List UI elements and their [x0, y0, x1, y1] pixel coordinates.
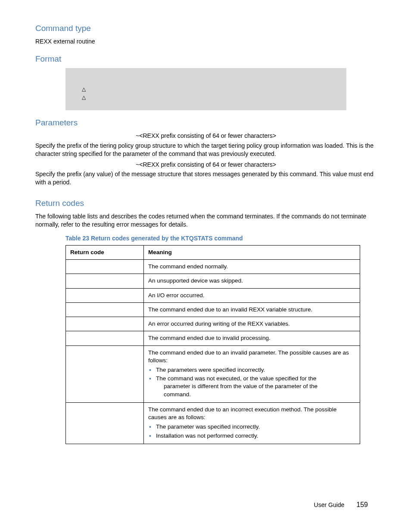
heading-command-type: Command type [35, 24, 377, 33]
row8-bullet1: The parameter was specified incorrectly. [148, 423, 355, 431]
row7-b2-c: parameter is different from the value of… [164, 383, 275, 389]
cell-code [66, 274, 144, 288]
heading-parameters: Parameters [35, 118, 377, 128]
row8-bullet2: Installation was not performed correctly… [148, 432, 355, 440]
table-row: The command ended normally. [66, 260, 360, 274]
cell-code [66, 402, 144, 444]
param2-syntax: ~<REXX prefix consisting of 64 or fewer … [35, 161, 377, 169]
row7-b2-a: The [156, 375, 168, 382]
row7-b2-line3: command. [156, 391, 355, 398]
format-delta-2: △ [82, 93, 339, 102]
table-row: An unsupported device was skipped. [66, 274, 360, 288]
cell-meaning: The command ended due to invalid process… [144, 331, 360, 345]
return-codes-intro: The following table lists and describes … [35, 212, 377, 229]
cell-code [66, 317, 144, 331]
cell-meaning: The command ended due to an incorrect ex… [144, 402, 360, 444]
cell-meaning: The command ended due to an invalid REXX… [144, 302, 360, 317]
page: Command type REXX external routine Forma… [0, 0, 411, 532]
th-return-code: Return code [66, 246, 144, 260]
table-row: The command ended due to invalid process… [66, 331, 360, 345]
row7-b2-line2: parameter is different from the value of… [156, 383, 355, 390]
return-intro-a: The following table lists and describes … [35, 213, 217, 220]
row8-b1-b: parameter was specified incorrectly. [168, 423, 260, 430]
param1-description: Specify the prefix of the tiering policy… [35, 142, 377, 158]
cell-code [66, 345, 144, 402]
heading-return-codes: Return codes [35, 199, 377, 208]
cell-code [66, 288, 144, 302]
cell-meaning: The command ended due to an invalid para… [144, 345, 360, 402]
format-delta-1: △ [82, 85, 339, 93]
table-row: The command ended due to an invalid para… [66, 345, 360, 402]
footer-label: User Guide [314, 501, 345, 508]
param1-desc-b: parameter of the [123, 150, 169, 157]
cell-code [66, 260, 144, 274]
th-meaning: Meaning [144, 246, 360, 260]
row8-bullets: The parameter was specified incorrectly.… [148, 423, 355, 439]
command-type-body: REXX external routine [35, 37, 377, 46]
param1-syntax: ~<REXX prefix consisting of 64 or fewer … [35, 132, 377, 140]
row7-bullets: The parameters were specified incorrectl… [148, 366, 355, 398]
row8-b1-a: The [156, 423, 168, 430]
param2-description: Specify the prefix (any value) of the me… [35, 170, 377, 187]
cell-meaning: An unsupported device was skipped. [144, 274, 360, 288]
cell-meaning: An error occurred during writing of the … [144, 317, 360, 331]
cell-meaning: The command ended normally. [144, 260, 360, 274]
row7-bullet2: The command was not executed, or the val… [148, 375, 355, 398]
table-caption: Table 23 Return codes generated by the K… [65, 235, 377, 242]
cell-code [66, 331, 144, 345]
page-number: 159 [356, 501, 368, 509]
table-row: An error occurred during writing of the … [66, 317, 360, 331]
cell-meaning: An I/O error occurred. [144, 288, 360, 302]
table-header-row: Return code Meaning [66, 246, 360, 260]
return-codes-table: Return code Meaning The command ended no… [65, 245, 360, 444]
table-row: The command ended due to an invalid REXX… [66, 302, 360, 317]
cell-code [66, 302, 144, 317]
heading-format: Format [35, 54, 377, 64]
table-row: The command ended due to an incorrect ex… [66, 402, 360, 444]
param1-desc-c: command that was previously executed. [169, 150, 276, 157]
table-row: An I/O error occurred. [66, 288, 360, 302]
row8-intro: The command ended due to an incorrect ex… [148, 406, 355, 421]
page-footer: User Guide 159 [314, 501, 368, 509]
row7-bullet1: The parameters were specified incorrectl… [148, 366, 355, 374]
row7-b2-d: parameter of the [275, 383, 318, 389]
format-code-block: △ △ [65, 68, 346, 110]
row7-intro: The command ended due to an invalid para… [148, 349, 355, 364]
row7-b2-b: command was not executed, or the value s… [168, 375, 316, 382]
